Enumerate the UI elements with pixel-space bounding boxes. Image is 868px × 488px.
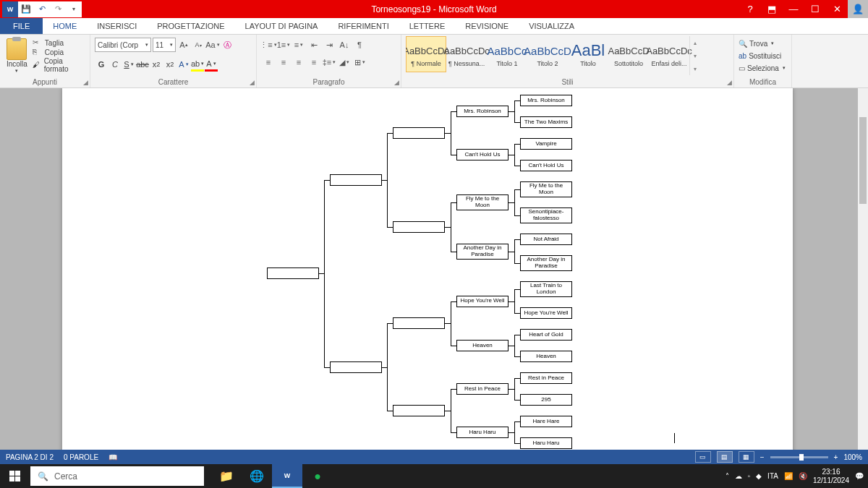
language-icon[interactable]: ITA <box>767 472 778 480</box>
tab-file[interactable]: FILE <box>0 18 43 34</box>
taskbar-search[interactable]: 🔍 Cerca <box>30 466 204 486</box>
word-taskbar-icon[interactable]: W <box>272 464 302 488</box>
web-layout-icon[interactable]: ▦ <box>739 451 754 463</box>
r16-box-4[interactable]: Fly Me to the Moon <box>520 181 572 197</box>
sort-icon[interactable]: A↓ <box>337 38 352 52</box>
tab-home[interactable]: HOME <box>43 18 87 34</box>
shading-icon[interactable]: ◢▾ <box>337 55 352 69</box>
print-layout-icon[interactable]: ▤ <box>717 451 733 463</box>
show-marks-icon[interactable]: ¶ <box>352 38 367 52</box>
explorer-icon[interactable]: 📁 <box>211 464 242 488</box>
ribbon-display-icon[interactable]: ⬒ <box>761 0 783 18</box>
read-mode-icon[interactable]: ▭ <box>695 451 711 463</box>
highlight-icon[interactable]: ab▾ <box>191 57 204 72</box>
tab-design[interactable]: PROGETTAZIONE <box>147 18 234 34</box>
r8-box-5[interactable]: Heaven <box>456 340 509 351</box>
style-sottotitolo[interactable]: AaBbCcDSottotitolo <box>608 36 649 72</box>
font-size-select[interactable]: 11▾ <box>153 38 176 52</box>
volume-icon[interactable]: 🔇 <box>799 472 807 480</box>
qa-more-icon[interactable]: ▾ <box>66 1 82 17</box>
copy-button[interactable]: ⎘Copia <box>33 48 85 56</box>
font-color-icon[interactable]: A▾ <box>205 57 218 72</box>
format-painter-button[interactable]: 🖌Copia formato <box>33 57 85 73</box>
undo-icon[interactable]: ↶ <box>34 1 50 17</box>
styles-launcher-icon[interactable]: ◢ <box>727 79 732 86</box>
redo-icon[interactable]: ↷ <box>50 1 66 17</box>
underline-icon[interactable]: S▾ <box>122 57 135 72</box>
tray-chevron-icon[interactable]: ˄ <box>726 472 729 480</box>
style-titolo[interactable]: AaBlTitolo <box>568 36 608 72</box>
style-titolo-2[interactable]: AaBbCcDTitolo 2 <box>527 36 568 72</box>
strike-icon[interactable]: abc <box>136 57 149 72</box>
align-left-icon[interactable]: ≡ <box>261 55 276 69</box>
r4-box-1[interactable] <box>393 221 445 233</box>
zoom-level[interactable]: 100% <box>843 453 862 461</box>
r16-box-11[interactable]: Heaven <box>520 351 572 362</box>
change-case-icon[interactable]: Aa▾ <box>206 38 219 52</box>
style-titolo-1[interactable]: AaBbCcTitolo 1 <box>487 36 527 72</box>
tab-review[interactable]: REVISIONE <box>455 18 519 34</box>
italic-icon[interactable]: C <box>109 57 122 72</box>
justify-icon[interactable]: ≡ <box>307 55 321 69</box>
dec-indent-icon[interactable]: ⇤ <box>307 38 321 52</box>
tab-insert[interactable]: INSERISCI <box>87 18 147 34</box>
cut-button[interactable]: ✂Taglia <box>33 38 85 47</box>
clipboard-launcher-icon[interactable]: ◢ <box>83 79 88 86</box>
clear-format-icon[interactable]: Ⓐ <box>221 38 234 52</box>
find-button[interactable]: 🔍 Trova ▾ <box>739 38 787 49</box>
tray-app2-icon[interactable]: ◆ <box>756 472 762 480</box>
clock[interactable]: 23:1612/11/2024 <box>813 468 849 485</box>
r16-box-6[interactable]: Not Afraid <box>520 234 572 245</box>
r8-box-0[interactable]: Mrs. Robinson <box>456 106 509 117</box>
r4-box-2[interactable] <box>393 317 445 329</box>
borders-icon[interactable]: ⊞▾ <box>352 55 367 69</box>
r2-box-0[interactable] <box>330 174 382 186</box>
page-indicator[interactable]: PAGINA 2 DI 2 <box>6 453 54 461</box>
r16-box-7[interactable]: Another Day in Paradise <box>520 255 572 271</box>
r16-box-2[interactable]: Vampire <box>520 138 572 150</box>
inc-indent-icon[interactable]: ⇥ <box>322 38 336 52</box>
bullets-icon[interactable]: ⋮≡▾ <box>261 38 276 52</box>
account-icon[interactable]: 👤 <box>848 0 868 18</box>
tab-letters[interactable]: LETTERE <box>399 18 456 34</box>
r16-box-14[interactable]: Hare Hare <box>520 416 572 427</box>
r16-box-9[interactable]: Hope You're Well <box>520 307 572 319</box>
wifi-icon[interactable]: 📶 <box>784 472 793 480</box>
r16-box-12[interactable]: Rest in Peace <box>520 372 572 384</box>
font-launcher-icon[interactable]: ◢ <box>250 79 255 86</box>
r8-box-2[interactable]: Fly Me to the Moon <box>456 194 509 210</box>
r16-box-5[interactable]: Senontipiace-falostesso <box>520 207 572 223</box>
r16-box-13[interactable]: 295 <box>520 394 572 406</box>
select-button[interactable]: ▭ Seleziona ▾ <box>739 62 787 74</box>
zoom-out-icon[interactable]: − <box>760 453 765 461</box>
chrome-icon[interactable]: 🌐 <box>242 464 272 488</box>
align-center-icon[interactable]: ≡ <box>276 55 291 69</box>
text-effects-icon[interactable]: A▾ <box>177 57 190 72</box>
maximize-icon[interactable]: ☐ <box>804 0 826 18</box>
paste-button[interactable]: Incolla ▾ <box>4 36 30 75</box>
r8-box-3[interactable]: Another Day in Paradise <box>456 244 509 260</box>
align-right-icon[interactable]: ≡ <box>292 55 306 69</box>
r8-box-6[interactable]: Rest in Peace <box>456 383 509 395</box>
proofing-icon[interactable]: 📖 <box>109 453 117 461</box>
styles-more-icon[interactable]: ▴▾▾ <box>689 36 699 75</box>
r8-box-7[interactable]: Haru Haru <box>456 427 509 438</box>
save-icon[interactable]: 💾 <box>18 1 34 17</box>
style--nessuna-[interactable]: AaBbCcDc¶ Nessuna... <box>446 36 487 72</box>
zoom-slider[interactable] <box>770 456 828 458</box>
superscript-icon[interactable]: x2 <box>163 57 176 72</box>
tab-view[interactable]: VISUALIZZA <box>519 18 584 34</box>
document-area[interactable]: Mrs. RobinsonThe Two MaximsVampireCan't … <box>0 88 858 464</box>
r16-box-3[interactable]: Can't Hold Us <box>520 160 572 171</box>
line-spacing-icon[interactable]: ‡≡▾ <box>322 55 336 69</box>
styles-gallery[interactable]: AaBbCcDc¶ NormaleAaBbCcDc¶ Nessuna...AaB… <box>406 36 729 75</box>
r8-box-4[interactable]: Hope You're Well <box>456 296 509 307</box>
tab-layout[interactable]: LAYOUT DI PAGINA <box>235 18 328 34</box>
style--normale[interactable]: AaBbCcDc¶ Normale <box>406 36 446 72</box>
start-button[interactable] <box>0 464 29 488</box>
tray-app-icon[interactable]: ▫ <box>748 472 751 480</box>
numbering-icon[interactable]: 1≡▾ <box>276 38 291 52</box>
spotify-icon[interactable]: ● <box>302 464 333 488</box>
font-name-select[interactable]: Calibri (Corp▾ <box>95 38 151 52</box>
r16-box-8[interactable]: Last Train to London <box>520 281 572 297</box>
